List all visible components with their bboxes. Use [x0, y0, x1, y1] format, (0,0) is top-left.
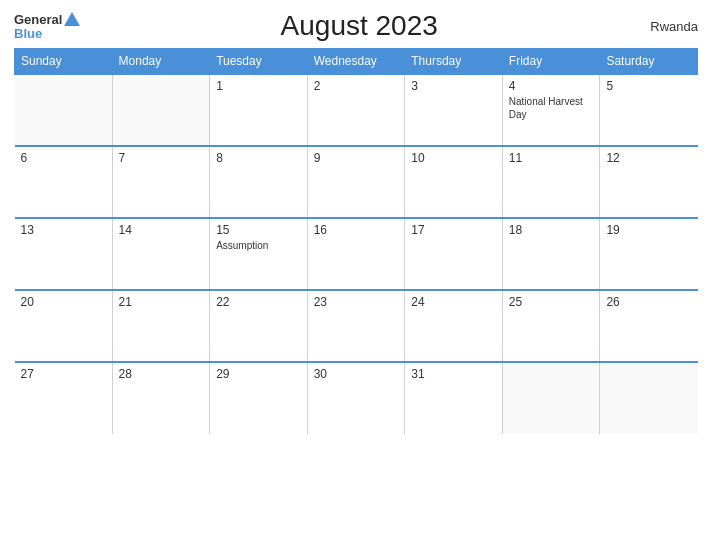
- calendar-cell: 10: [405, 146, 503, 218]
- calendar-week-row: 1234National Harvest Day5: [15, 74, 698, 146]
- logo-general-text: General: [14, 13, 62, 26]
- calendar-table: Sunday Monday Tuesday Wednesday Thursday…: [14, 48, 698, 434]
- calendar-cell: 30: [307, 362, 405, 434]
- day-number: 7: [119, 151, 204, 165]
- calendar-week-row: 131415Assumption16171819: [15, 218, 698, 290]
- day-number: 10: [411, 151, 496, 165]
- day-number: 4: [509, 79, 594, 93]
- day-number: 8: [216, 151, 301, 165]
- calendar-cell: 15Assumption: [210, 218, 308, 290]
- col-tuesday: Tuesday: [210, 49, 308, 75]
- calendar-cell: 14: [112, 218, 210, 290]
- day-number: 1: [216, 79, 301, 93]
- day-number: 5: [606, 79, 691, 93]
- calendar-cell: 5: [600, 74, 698, 146]
- day-number: 6: [21, 151, 106, 165]
- calendar-cell: 21: [112, 290, 210, 362]
- day-number: 3: [411, 79, 496, 93]
- calendar-cell: 1: [210, 74, 308, 146]
- day-number: 21: [119, 295, 204, 309]
- day-number: 20: [21, 295, 106, 309]
- calendar-cell: 9: [307, 146, 405, 218]
- calendar-cell: 26: [600, 290, 698, 362]
- day-number: 12: [606, 151, 691, 165]
- day-number: 26: [606, 295, 691, 309]
- header: General Blue August 2023 Rwanda: [14, 10, 698, 42]
- calendar-week-row: 20212223242526: [15, 290, 698, 362]
- calendar-cell: 12: [600, 146, 698, 218]
- day-number: 24: [411, 295, 496, 309]
- calendar-cell: [600, 362, 698, 434]
- month-title: August 2023: [80, 10, 638, 42]
- calendar-cell: 29: [210, 362, 308, 434]
- calendar-cell: 31: [405, 362, 503, 434]
- calendar-week-row: 2728293031: [15, 362, 698, 434]
- calendar-cell: 27: [15, 362, 113, 434]
- holiday-label: National Harvest Day: [509, 96, 583, 120]
- day-number: 23: [314, 295, 399, 309]
- calendar-cell: 19: [600, 218, 698, 290]
- day-number: 28: [119, 367, 204, 381]
- day-number: 2: [314, 79, 399, 93]
- logo-blue-text: Blue: [14, 27, 42, 40]
- day-number: 29: [216, 367, 301, 381]
- col-monday: Monday: [112, 49, 210, 75]
- day-number: 13: [21, 223, 106, 237]
- calendar-cell: 23: [307, 290, 405, 362]
- calendar-cell: 4National Harvest Day: [502, 74, 600, 146]
- calendar-cell: 24: [405, 290, 503, 362]
- col-wednesday: Wednesday: [307, 49, 405, 75]
- calendar-cell: 6: [15, 146, 113, 218]
- country-label: Rwanda: [638, 19, 698, 34]
- calendar-cell: 7: [112, 146, 210, 218]
- day-number: 25: [509, 295, 594, 309]
- calendar-cell: 18: [502, 218, 600, 290]
- logo-block: General Blue: [14, 12, 80, 40]
- calendar-cell: [15, 74, 113, 146]
- calendar-cell: 20: [15, 290, 113, 362]
- logo-triangle-icon: [64, 12, 80, 26]
- calendar-cell: 17: [405, 218, 503, 290]
- col-saturday: Saturday: [600, 49, 698, 75]
- day-number: 22: [216, 295, 301, 309]
- logo: General Blue: [14, 12, 80, 40]
- calendar-header: Sunday Monday Tuesday Wednesday Thursday…: [15, 49, 698, 75]
- calendar-cell: 13: [15, 218, 113, 290]
- calendar-week-row: 6789101112: [15, 146, 698, 218]
- day-number: 14: [119, 223, 204, 237]
- col-thursday: Thursday: [405, 49, 503, 75]
- calendar-cell: 2: [307, 74, 405, 146]
- day-number: 18: [509, 223, 594, 237]
- day-number: 17: [411, 223, 496, 237]
- day-number: 15: [216, 223, 301, 237]
- day-number: 31: [411, 367, 496, 381]
- logo-row: General: [14, 12, 80, 27]
- calendar-cell: [502, 362, 600, 434]
- weekday-header-row: Sunday Monday Tuesday Wednesday Thursday…: [15, 49, 698, 75]
- col-friday: Friday: [502, 49, 600, 75]
- day-number: 16: [314, 223, 399, 237]
- page: General Blue August 2023 Rwanda Sunday M…: [0, 0, 712, 550]
- calendar-cell: 3: [405, 74, 503, 146]
- calendar-cell: 16: [307, 218, 405, 290]
- day-number: 27: [21, 367, 106, 381]
- calendar-cell: 8: [210, 146, 308, 218]
- calendar-cell: 25: [502, 290, 600, 362]
- day-number: 11: [509, 151, 594, 165]
- day-number: 9: [314, 151, 399, 165]
- calendar-body: 1234National Harvest Day5678910111213141…: [15, 74, 698, 434]
- day-number: 19: [606, 223, 691, 237]
- calendar-cell: [112, 74, 210, 146]
- day-number: 30: [314, 367, 399, 381]
- calendar-cell: 22: [210, 290, 308, 362]
- calendar-cell: 28: [112, 362, 210, 434]
- col-sunday: Sunday: [15, 49, 113, 75]
- holiday-label: Assumption: [216, 240, 268, 251]
- calendar-cell: 11: [502, 146, 600, 218]
